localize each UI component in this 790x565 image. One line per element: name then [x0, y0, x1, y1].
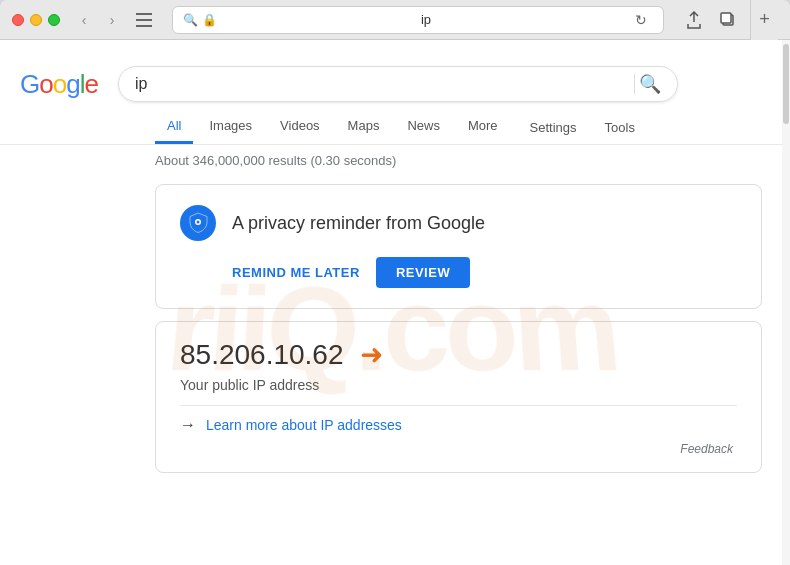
svg-point-6: [197, 221, 200, 224]
address-bar[interactable]: 🔍 🔒 ip ↻: [172, 6, 664, 34]
privacy-card: A privacy reminder from Google REMIND ME…: [155, 184, 762, 309]
results-count: About 346,000,000 results (0.30 seconds): [155, 153, 396, 168]
tab-images[interactable]: Images: [197, 110, 264, 144]
address-icons: 🔍 🔒: [183, 13, 217, 27]
browser-window: ‹ › 🔍 🔒 ip ↻: [0, 0, 790, 565]
feedback-link[interactable]: Feedback: [680, 442, 733, 456]
nav-tabs: All Images Videos Maps News More Setting…: [0, 110, 782, 145]
arrow-indicator-icon: ➜: [360, 338, 383, 371]
ip-address-value: 85.206.10.62: [180, 339, 344, 371]
logo-g2: g: [66, 69, 79, 99]
forward-button[interactable]: ›: [100, 8, 124, 32]
learn-more-text: Learn more about IP addresses: [206, 417, 402, 433]
nav-buttons: ‹ ›: [72, 8, 124, 32]
tab-settings[interactable]: Settings: [518, 112, 589, 143]
review-button[interactable]: REVIEW: [376, 257, 470, 288]
svg-rect-2: [136, 25, 152, 27]
tab-more[interactable]: More: [456, 110, 510, 144]
browser-content: riiQ.com Google ip 🔍 All Images Videos M…: [0, 40, 790, 565]
ip-address-label: Your public IP address: [180, 377, 737, 393]
share-button[interactable]: [680, 6, 708, 34]
right-buttons: [680, 6, 742, 34]
results-info: About 346,000,000 results (0.30 seconds): [0, 145, 782, 176]
google-logo: Google: [20, 69, 98, 100]
logo-e: e: [84, 69, 97, 99]
lock-icon: 🔒: [202, 13, 217, 27]
feedback-row: Feedback: [180, 442, 737, 456]
learn-more-link[interactable]: → Learn more about IP addresses: [180, 405, 737, 434]
ip-address-row: 85.206.10.62 ➜: [180, 338, 737, 371]
privacy-header: A privacy reminder from Google: [180, 205, 737, 241]
back-button[interactable]: ‹: [72, 8, 96, 32]
search-icon: 🔍: [183, 13, 198, 27]
tab-videos[interactable]: Videos: [268, 110, 332, 144]
close-button[interactable]: [12, 14, 24, 26]
search-separator: [634, 74, 635, 94]
remind-later-button[interactable]: REMIND ME LATER: [232, 265, 360, 280]
logo-o1: o: [39, 69, 52, 99]
reload-button[interactable]: ↻: [629, 8, 653, 32]
tab-all[interactable]: All: [155, 110, 193, 144]
search-query: ip: [135, 75, 630, 93]
search-bar[interactable]: ip 🔍: [118, 66, 678, 102]
title-bar: ‹ › 🔍 🔒 ip ↻: [0, 0, 790, 40]
svg-rect-1: [136, 19, 152, 21]
search-submit-button[interactable]: 🔍: [639, 73, 661, 95]
privacy-title: A privacy reminder from Google: [232, 213, 485, 234]
scrollbar[interactable]: [782, 40, 790, 565]
minimize-button[interactable]: [30, 14, 42, 26]
new-tab-button[interactable]: +: [750, 0, 778, 40]
address-text: ip: [223, 12, 629, 27]
svg-rect-0: [136, 13, 152, 15]
logo-o2: o: [53, 69, 66, 99]
svg-rect-4: [721, 13, 731, 23]
tab-maps[interactable]: Maps: [336, 110, 392, 144]
tab-news[interactable]: News: [395, 110, 452, 144]
scrollbar-thumb[interactable]: [783, 44, 789, 124]
privacy-actions: REMIND ME LATER REVIEW: [180, 257, 737, 288]
arrow-right-icon: →: [180, 416, 196, 434]
sidebar-toggle-button[interactable]: [132, 8, 156, 32]
duplicate-button[interactable]: [714, 6, 742, 34]
traffic-lights: [12, 14, 60, 26]
privacy-shield-icon: [180, 205, 216, 241]
google-header: Google ip 🔍: [0, 56, 782, 102]
maximize-button[interactable]: [48, 14, 60, 26]
logo-g: G: [20, 69, 39, 99]
page-content: riiQ.com Google ip 🔍 All Images Videos M…: [0, 40, 782, 565]
tab-tools[interactable]: Tools: [593, 112, 647, 143]
ip-result-card: 85.206.10.62 ➜ Your public IP address → …: [155, 321, 762, 473]
